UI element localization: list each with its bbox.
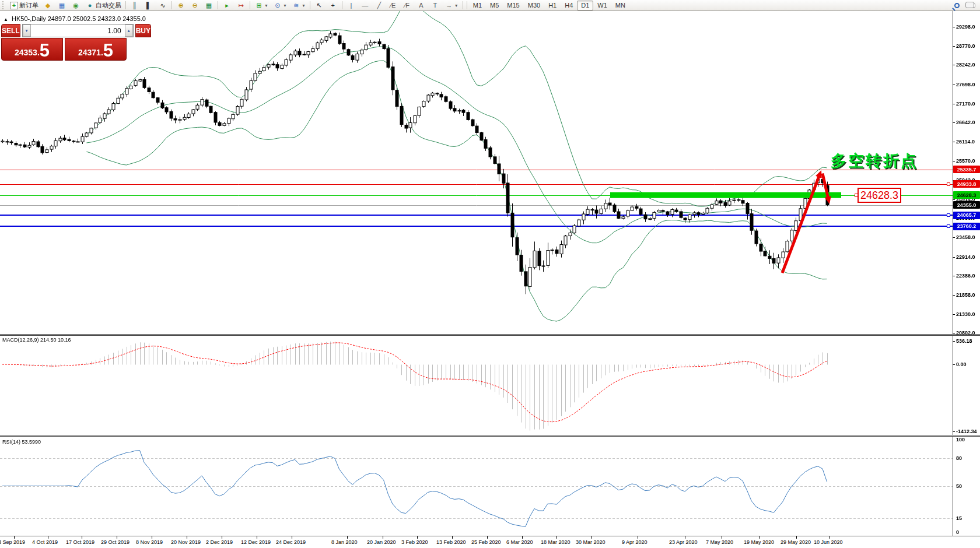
rsi-panel-canvas[interactable] (0, 437, 980, 536)
date-label: 13 Feb 2020 (436, 539, 466, 545)
symbol-period-label: HK50-,Daily (12, 15, 46, 22)
sell-button[interactable]: SELL (1, 24, 20, 37)
zone-price-label[interactable]: 24628.3 (858, 188, 901, 203)
one-click-toggle-icon[interactable]: ▲ (4, 17, 8, 22)
line-chart-button[interactable]: ∿ (156, 1, 170, 10)
dropdown-arrow-icon[interactable]: ▼ (454, 3, 459, 8)
date-label: 24 Dec 2019 (276, 539, 306, 545)
fibonacci-button[interactable]: ∕F (400, 1, 414, 10)
timeframe-m30-button[interactable]: M30 (524, 1, 544, 10)
date-label: 12 Dec 2019 (241, 539, 271, 545)
volume-up-button[interactable]: ▲ (125, 24, 133, 37)
trendline-button[interactable]: ╱ (372, 1, 386, 10)
buy-price-main: 24371 (78, 48, 101, 58)
dropdown-arrow-icon[interactable]: ▼ (302, 3, 306, 8)
indicators-icon: ⊞ (254, 1, 264, 10)
date-label: 4 Oct 2019 (32, 539, 58, 545)
templates-button[interactable]: ≋▼ (289, 1, 308, 10)
vertical-line-button[interactable]: | (344, 1, 358, 10)
chart-shift-button[interactable]: ↦ (234, 1, 248, 10)
timeframe-m5-button[interactable]: M5 (486, 1, 503, 10)
date-label: 19 May 2020 (744, 539, 774, 545)
zoom-out-button[interactable]: ⊖ (188, 1, 202, 10)
text-button[interactable]: A (414, 1, 428, 10)
date-tick (257, 536, 257, 539)
label-button[interactable]: T (428, 1, 442, 10)
channel-button[interactable]: ∕E (386, 1, 400, 10)
reversal-point-annotation: 多空转折点 (831, 150, 918, 171)
autotrading-button-label: 自动交易 (96, 1, 121, 10)
chart-title: ▲ HK50-,Daily 24897.0 25002.5 24323.0 24… (4, 15, 146, 22)
new-order-button[interactable]: +新订单 (8, 1, 41, 10)
crosshair-button[interactable]: + (326, 1, 340, 10)
alerts-icon: ◉ (71, 1, 80, 10)
cursor-icon: ↖ (314, 1, 324, 10)
price-badge: 24933.8 (953, 180, 980, 188)
price-tick-label: 28242.0 (956, 62, 975, 68)
volume-down-button[interactable]: ▼ (23, 24, 31, 37)
date-tick (82, 536, 82, 539)
rsi-tick-label: 80 (956, 455, 962, 461)
autotrading-button[interactable]: ●自动交易 (83, 1, 124, 10)
price-tick-label: 29298.0 (956, 24, 975, 30)
date-tick (830, 536, 830, 539)
one-click-trading-panel: SELL ▼ ▲ BUY 24353.5 24371.5 (1, 24, 127, 61)
timeframe-h4-button[interactable]: H4 (561, 1, 577, 10)
timeframe-m1-button[interactable]: M1 (469, 1, 486, 10)
buy-price[interactable]: 24371.5 (65, 38, 127, 61)
date-label: 3 Feb 2020 (401, 539, 428, 545)
indicators-button[interactable]: ⊞▼ (252, 1, 271, 10)
charts-window-button[interactable]: ▦ (55, 1, 69, 10)
alerts-button[interactable]: ◉ (69, 1, 83, 10)
search-icon[interactable] (954, 3, 960, 8)
periods-button[interactable]: ⊙▼ (271, 1, 289, 10)
buy-button[interactable]: BUY (135, 24, 151, 37)
zoom-in-button[interactable]: ⊕ (174, 1, 188, 10)
line-chart-icon: ∿ (158, 1, 167, 10)
sell-price[interactable]: 24353.5 (1, 38, 63, 61)
sell-price-fraction: 5 (40, 43, 50, 58)
bar-chart-button[interactable]: ║ (128, 1, 142, 10)
timeframe-w1-button[interactable]: W1 (593, 1, 611, 10)
chat-icon[interactable] (968, 3, 975, 8)
timeframe-mn-button[interactable]: MN (611, 1, 629, 10)
mt4-window: +新订单◆▦◉●自动交易║▌∿⊕⊖▦▸↦⊞▼⊙▼≋▼↖+|—╱∕E∕FAT→▼M… (0, 0, 980, 548)
chart-shift-icon: ↦ (236, 1, 246, 10)
price-chart-canvas[interactable] (0, 11, 980, 334)
date-label: 3 Sep 2019 (0, 539, 25, 545)
date-label: 8 Nov 2019 (136, 539, 163, 545)
timeframe-h1-button[interactable]: H1 (544, 1, 561, 10)
dropdown-arrow-icon[interactable]: ▼ (283, 3, 287, 8)
date-tick (522, 536, 523, 539)
timeframe-m15-button[interactable]: M15 (503, 1, 523, 10)
cursor-button[interactable]: ↖ (312, 1, 326, 10)
date-label: 30 Mar 2020 (576, 539, 606, 545)
time-axis[interactable]: 3 Sep 20194 Oct 201917 Oct 201929 Oct 20… (0, 536, 980, 548)
price-badge: 24065.7 (953, 212, 980, 219)
auto-scroll-button[interactable]: ▸ (220, 1, 234, 10)
profiles-button[interactable]: ◆ (41, 1, 55, 10)
vertical-line-icon: | (346, 1, 356, 10)
tile-windows-icon: ▦ (204, 1, 214, 10)
price-badge: 23760.2 (953, 223, 980, 230)
date-tick (722, 536, 722, 539)
timeframe-d1-button[interactable]: D1 (577, 1, 593, 10)
date-label: 17 Oct 2019 (66, 539, 94, 545)
price-tick-label: 26642.0 (956, 120, 975, 125)
price-tick-label: 22386.0 (956, 273, 975, 279)
new-order-button-label: 新订单 (19, 1, 38, 10)
price-tick-label: 21858.0 (956, 292, 975, 298)
tile-windows-button[interactable]: ▦ (202, 1, 216, 10)
date-tick (796, 536, 797, 539)
arrows-button[interactable]: →▼ (442, 1, 461, 10)
volume-input[interactable] (31, 24, 125, 37)
candlestick-button[interactable]: ▌ (142, 1, 156, 10)
auto-scroll-icon: ▸ (222, 1, 232, 10)
macd-panel-canvas[interactable] (0, 336, 980, 435)
horizontal-line-button[interactable]: — (358, 1, 372, 10)
label-icon: T (430, 1, 440, 10)
date-label: 10 Jun 2020 (814, 539, 843, 545)
date-tick (685, 536, 685, 539)
date-label: 25 Feb 2020 (471, 539, 501, 545)
dropdown-arrow-icon[interactable]: ▼ (264, 3, 268, 8)
